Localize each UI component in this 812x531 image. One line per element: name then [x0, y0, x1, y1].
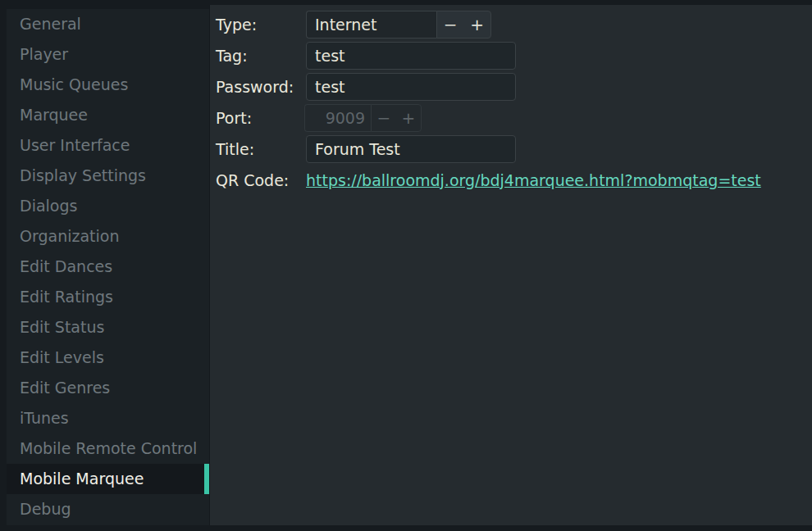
- sidebar-item-organization[interactable]: Organization: [7, 221, 209, 252]
- settings-sidebar: General Player Music Queues Marquee User…: [7, 9, 209, 525]
- sidebar-item-edit-ratings[interactable]: Edit Ratings: [7, 282, 209, 312]
- sidebar-item-marquee[interactable]: Marquee: [7, 100, 209, 130]
- type-value[interactable]: Internet: [306, 11, 436, 39]
- sidebar-item-mobile-marquee[interactable]: Mobile Marquee: [7, 464, 209, 494]
- port-value: 9009: [304, 104, 371, 132]
- password-row: Password:: [210, 73, 812, 101]
- tag-input[interactable]: [306, 42, 516, 70]
- type-spin-buttons: − +: [436, 11, 491, 39]
- sidebar-item-edit-dances[interactable]: Edit Dances: [7, 252, 209, 282]
- tag-label: Tag:: [216, 42, 248, 70]
- qr-code-row: QR Code: https://ballroomdj.org/bdj4marq…: [210, 166, 812, 194]
- type-spinbox: Internet − +: [306, 11, 491, 39]
- type-row: Type: Internet − +: [210, 11, 812, 39]
- sidebar-item-dialogs[interactable]: Dialogs: [7, 191, 209, 221]
- sidebar-item-itunes[interactable]: iTunes: [7, 403, 209, 433]
- port-spinbox: 9009 − +: [304, 104, 422, 132]
- title-input[interactable]: [306, 135, 516, 163]
- title-label: Title:: [216, 135, 254, 163]
- qr-code-label: QR Code:: [216, 166, 289, 194]
- password-input[interactable]: [306, 73, 516, 101]
- tag-row: Tag:: [210, 42, 812, 70]
- sidebar-item-edit-genres[interactable]: Edit Genres: [7, 373, 209, 403]
- sidebar-item-label: Mobile Marquee: [20, 470, 144, 488]
- sidebar-item-user-interface[interactable]: User Interface: [7, 130, 209, 161]
- port-increment-button: +: [396, 105, 421, 131]
- sidebar-item-edit-status[interactable]: Edit Status: [7, 312, 209, 343]
- port-spin-buttons: − +: [371, 104, 422, 132]
- type-label: Type:: [216, 11, 257, 39]
- bdj4-configuration-window: { "sidebar": { "items": [ "General", "Pl…: [0, 0, 812, 531]
- sidebar-item-general[interactable]: General: [7, 9, 209, 39]
- port-row: Port: 9009 − +: [210, 104, 812, 132]
- sidebar-item-edit-levels[interactable]: Edit Levels: [7, 343, 209, 373]
- mobile-marquee-settings-panel: Type: Internet − + Tag: Password: Port: …: [209, 5, 812, 525]
- sidebar-item-debug[interactable]: Debug: [7, 494, 209, 524]
- sidebar-item-music-queues[interactable]: Music Queues: [7, 70, 209, 100]
- sidebar-item-player[interactable]: Player: [7, 39, 209, 70]
- qr-code-link[interactable]: https://ballroomdj.org/bdj4marquee.html?…: [306, 166, 761, 194]
- port-decrement-button: −: [372, 105, 396, 131]
- title-row: Title:: [210, 135, 812, 163]
- type-increment-button[interactable]: +: [464, 11, 491, 38]
- sidebar-item-mobile-remote-control[interactable]: Mobile Remote Control: [7, 433, 209, 464]
- port-label: Port:: [216, 104, 252, 132]
- type-decrement-button[interactable]: −: [437, 11, 464, 38]
- sidebar-item-display-settings[interactable]: Display Settings: [7, 161, 209, 191]
- password-label: Password:: [216, 73, 294, 101]
